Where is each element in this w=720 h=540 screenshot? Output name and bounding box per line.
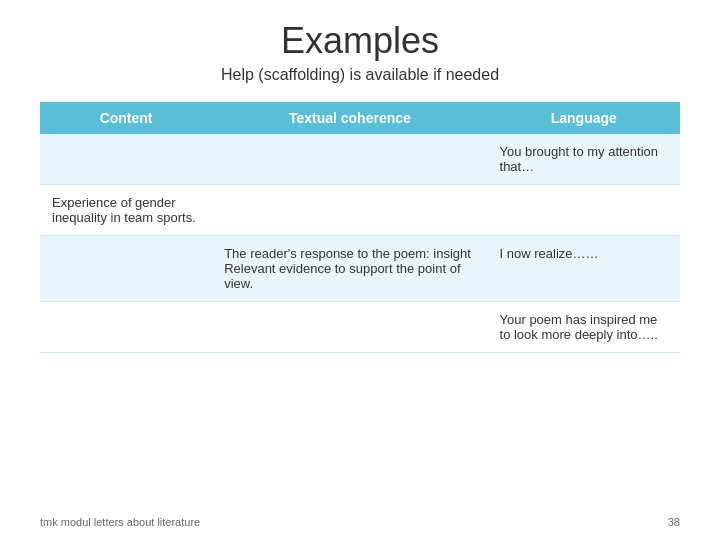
cell-content-2	[40, 236, 212, 302]
table-header-row: Content Textual coherence Language	[40, 102, 680, 134]
table-wrapper: Content Textual coherence Language You b…	[40, 102, 680, 353]
table-row: Your poem has inspired me to look more d…	[40, 302, 680, 353]
cell-content-3	[40, 302, 212, 353]
footer: tmk modul letters about literature 38	[0, 516, 720, 528]
page: Examples Help (scaffolding) is available…	[0, 0, 720, 540]
main-table: Content Textual coherence Language You b…	[40, 102, 680, 353]
subtitle: Help (scaffolding) is available if neede…	[221, 66, 499, 84]
footer-left: tmk modul letters about literature	[40, 516, 200, 528]
table-row: Experience of gender inequality in team …	[40, 185, 680, 236]
header-textual-coherence: Textual coherence	[212, 102, 487, 134]
main-title: Examples	[281, 20, 439, 62]
cell-language-1	[488, 185, 680, 236]
cell-language-0: You brought to my attention that…	[488, 134, 680, 185]
cell-textual-2: The reader's response to the poem: insig…	[212, 236, 487, 302]
cell-language-2: I now realize……	[488, 236, 680, 302]
cell-textual-1	[212, 185, 487, 236]
cell-content-1: Experience of gender inequality in team …	[40, 185, 212, 236]
table-row: The reader's response to the poem: insig…	[40, 236, 680, 302]
table-row: You brought to my attention that…	[40, 134, 680, 185]
footer-right: 38	[668, 516, 680, 528]
cell-textual-3	[212, 302, 487, 353]
cell-textual-0	[212, 134, 487, 185]
cell-content-0	[40, 134, 212, 185]
header-language: Language	[488, 102, 680, 134]
header-content: Content	[40, 102, 212, 134]
cell-language-3: Your poem has inspired me to look more d…	[488, 302, 680, 353]
